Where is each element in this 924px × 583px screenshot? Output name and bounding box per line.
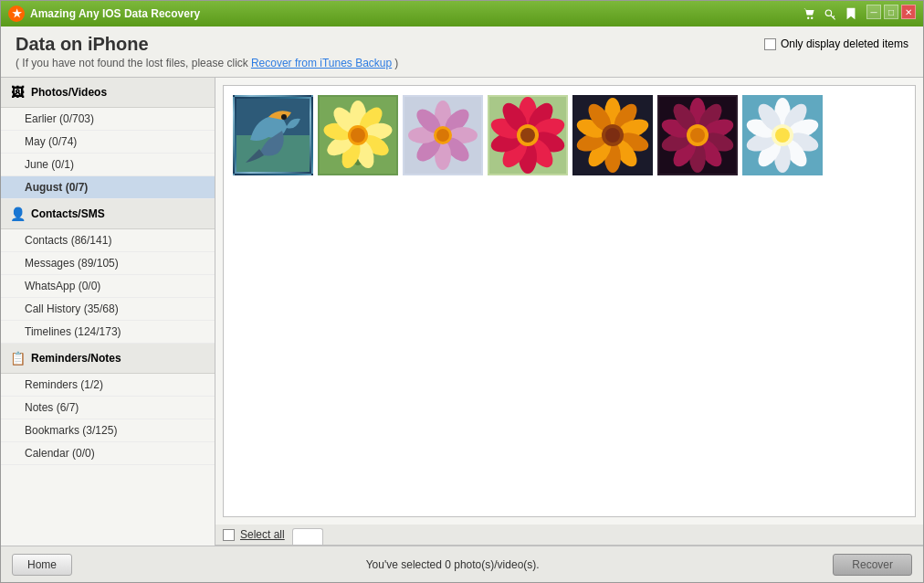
svg-point-3	[811, 17, 813, 19]
svg-point-61	[605, 128, 620, 143]
bookmark-icon[interactable]	[842, 5, 860, 23]
sidebar-item-august[interactable]: August (0/7)	[1, 176, 215, 199]
sidebar-item-call-history[interactable]: Call History (35/68)	[1, 298, 215, 321]
contacts-sms-label: Contacts/SMS	[31, 207, 105, 220]
sidebar-item-whatsapp[interactable]: WhatsApp (0/0)	[1, 275, 215, 298]
tab-bar: Select all	[215, 525, 923, 546]
only-deleted-container: Only display deleted items	[764, 37, 908, 50]
svg-point-87	[775, 128, 790, 143]
photo-thumb-7[interactable]	[742, 95, 823, 175]
sidebar-item-may[interactable]: May (0/74)	[1, 131, 215, 154]
status-text: You've selected 0 photo(s)/video(s).	[366, 558, 540, 571]
svg-point-74	[690, 128, 705, 143]
app-title: Amazing Any IOS Data Recovery	[30, 7, 410, 20]
close-button[interactable]: ✕	[901, 5, 916, 19]
sidebar: 🖼 Photos/Videos Earlier (0/703) May (0/7…	[1, 78, 215, 546]
subtitle-text: ( If you have not found the lost files, …	[16, 57, 248, 69]
recover-from-itunes-link[interactable]: Recover from iTunes Backup	[251, 57, 392, 69]
sidebar-item-notes[interactable]: Notes (6/7)	[1, 397, 215, 419]
photo-thumb-5[interactable]	[572, 95, 653, 175]
maximize-button[interactable]: □	[884, 5, 898, 19]
sidebar-item-timelines[interactable]: Timelines (124/173)	[1, 321, 215, 344]
home-button[interactable]: Home	[12, 554, 72, 576]
photo-thumb-2[interactable]	[318, 95, 398, 175]
sidebar-item-reminders[interactable]: Reminders (1/2)	[1, 374, 215, 397]
key-icon[interactable]	[821, 5, 839, 23]
svg-text:★: ★	[12, 7, 22, 20]
svg-point-4	[825, 10, 831, 16]
sidebar-item-bookmarks[interactable]: Bookmarks (3/125)	[1, 419, 215, 442]
photos-grid	[223, 85, 916, 517]
svg-point-2	[807, 17, 809, 19]
subtitle-end: )	[394, 57, 398, 69]
category-reminders-notes[interactable]: 📋 Reminders/Notes	[1, 344, 215, 374]
cart-icon[interactable]	[800, 5, 818, 23]
minimize-button[interactable]: ─	[866, 5, 881, 19]
page-title: Data on iPhone	[16, 34, 398, 55]
app-icon: ★	[8, 5, 25, 22]
svg-line-6	[833, 16, 835, 17]
select-all-label[interactable]: Select all	[240, 528, 285, 541]
svg-line-5	[831, 16, 835, 20]
status-bar: Home You've selected 0 photo(s)/video(s)…	[1, 546, 923, 582]
sidebar-item-june[interactable]: June (0/1)	[1, 154, 215, 176]
category-photos-videos[interactable]: 🖼 Photos/Videos	[1, 78, 215, 108]
only-deleted-checkbox[interactable]	[764, 38, 776, 50]
svg-point-35	[436, 129, 449, 142]
photo-thumb-6[interactable]	[657, 95, 738, 175]
svg-point-48	[520, 128, 535, 143]
app-window: ★ Amazing Any IOS Data Recovery	[0, 0, 924, 583]
subtitle: ( If you have not found the lost files, …	[16, 57, 398, 69]
sidebar-item-calendar[interactable]: Calendar (0/0)	[1, 442, 215, 465]
photo-thumb-1[interactable]	[233, 95, 313, 175]
main-content: 🖼 Photos/Videos Earlier (0/703) May (0/7…	[1, 78, 923, 546]
photo-thumb-3[interactable]	[403, 95, 483, 175]
sidebar-item-messages[interactable]: Messages (89/105)	[1, 252, 215, 275]
svg-point-9	[281, 114, 287, 120]
title-bar: ★ Amazing Any IOS Data Recovery	[1, 1, 923, 26]
category-contacts-sms[interactable]: 👤 Contacts/SMS	[1, 199, 215, 229]
contacts-sms-icon: 👤	[8, 205, 26, 223]
title-bar-controls: ─ □ ✕	[800, 5, 916, 23]
svg-point-24	[351, 128, 365, 143]
sidebar-item-earlier[interactable]: Earlier (0/703)	[1, 108, 215, 131]
tab-selected[interactable]	[292, 528, 323, 545]
photo-thumb-4[interactable]	[488, 95, 568, 175]
reminders-notes-label: Reminders/Notes	[31, 352, 121, 365]
reminders-notes-icon: 📋	[8, 349, 26, 367]
header-left: Data on iPhone ( If you have not found t…	[16, 34, 398, 69]
header: Data on iPhone ( If you have not found t…	[1, 26, 923, 78]
photos-videos-icon: 🖼	[8, 83, 26, 101]
photos-videos-label: Photos/Videos	[31, 86, 107, 99]
recover-button[interactable]: Recover	[833, 554, 912, 576]
select-all-checkbox[interactable]	[223, 529, 235, 541]
header-top: Data on iPhone ( If you have not found t…	[16, 34, 908, 69]
sidebar-item-contacts[interactable]: Contacts (86/141)	[1, 229, 215, 252]
only-deleted-label: Only display deleted items	[781, 37, 908, 50]
content-area: Select all	[215, 78, 923, 546]
